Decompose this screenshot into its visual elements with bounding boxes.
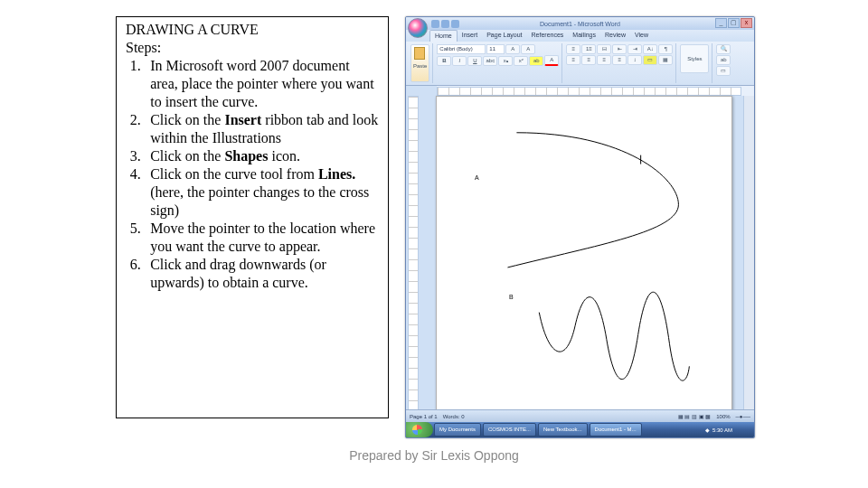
shrink-font-icon[interactable]: A [521, 44, 535, 54]
windows-taskbar: My Documents COSMOS INTE... New Textbook… [406, 422, 754, 437]
paste-button[interactable]: Paste [410, 44, 429, 82]
align-center-icon[interactable]: ≡ [581, 55, 596, 65]
tab-insert[interactable]: Insert [458, 30, 483, 42]
sort-icon[interactable]: A↓ [643, 44, 657, 54]
tab-view[interactable]: View [630, 30, 653, 42]
horizontal-ruler-row [406, 86, 754, 96]
find-button[interactable]: 🔍 [716, 44, 731, 54]
step-item: In Microsoft word 2007 document area, pl… [145, 57, 379, 111]
tray-icon[interactable]: ◆ [705, 427, 710, 433]
superscript-button[interactable]: x² [514, 56, 528, 66]
maximize-button[interactable]: ▢ [728, 18, 740, 28]
taskbar-item[interactable]: Document1 - M... [590, 423, 642, 436]
strike-button[interactable]: abc [483, 56, 497, 66]
page-drawings [437, 97, 731, 420]
tab-home[interactable]: Home [429, 30, 458, 42]
slide-footer: Prepared by Sir Lexis Oppong [0, 448, 868, 463]
justify-icon[interactable]: ≡ [612, 55, 627, 65]
close-button[interactable]: x [741, 18, 752, 28]
tab-mailings[interactable]: Mailings [568, 30, 600, 42]
select-button[interactable]: ▭ [716, 66, 731, 76]
zoom-slider[interactable]: ─●── [736, 414, 750, 419]
paragraph-group: ≡ 1≡ ⊟ ⇤ ⇥ A↓ ¶ ≡ ≡ ≡ ≡ ↕ ▭ ▦ [563, 43, 676, 83]
step-item: Click on the curve tool from Lines. (her… [145, 165, 379, 220]
tab-review[interactable]: Review [600, 30, 630, 42]
steps-list: In Microsoft word 2007 document area, pl… [126, 57, 379, 292]
shading-icon[interactable]: ▭ [643, 55, 657, 65]
line-spacing-icon[interactable]: ↕ [627, 55, 642, 65]
italic-button[interactable]: I [452, 56, 467, 66]
document-page[interactable]: A B [436, 96, 732, 421]
indent-dec-icon[interactable]: ⇤ [612, 44, 627, 54]
instruction-panel: DRAWING A CURVE Steps: In Microsoft word… [116, 16, 389, 418]
document-area: A B [406, 96, 754, 421]
clipboard-group: Paste [408, 43, 433, 83]
align-left-icon[interactable]: ≡ [566, 55, 580, 65]
step-item: Click and drag downwards (or upwards) to… [145, 256, 379, 292]
step-item: Move the pointer to the location where y… [145, 220, 379, 256]
start-button[interactable] [406, 422, 433, 437]
replace-button[interactable]: ab [716, 55, 731, 65]
vertical-scrollbar[interactable] [743, 96, 754, 421]
horizontal-ruler[interactable] [437, 87, 741, 96]
vertical-ruler[interactable] [408, 96, 419, 421]
show-marks-icon[interactable]: ¶ [658, 44, 673, 54]
styles-group: Styles [677, 43, 712, 83]
tab-references[interactable]: References [527, 30, 569, 42]
underline-button[interactable]: U [467, 56, 482, 66]
view-buttons[interactable]: ▦ ▤ ▥ ▣ ▩ [678, 413, 712, 419]
taskbar-item[interactable]: My Documents [434, 423, 481, 436]
taskbar-item[interactable]: COSMOS INTE... [483, 423, 536, 436]
indent-inc-icon[interactable]: ⇥ [627, 44, 642, 54]
status-words: Words: 0 [443, 414, 465, 419]
bold-button[interactable]: B [437, 56, 451, 66]
word-window: Document1 - Microsoft Word _ ▢ x Home In… [405, 16, 755, 438]
font-group: Calibri (Body) 11 A A B I U abc x₂ x² ab… [434, 43, 562, 83]
zoom-level[interactable]: 100% [716, 414, 730, 419]
borders-icon[interactable]: ▦ [658, 55, 673, 65]
ribbon: Paste Calibri (Body) 11 A A B I U abc x₂… [406, 42, 754, 86]
status-bar: Page 1 of 1 Words: 0 ▦ ▤ ▥ ▣ ▩ 100% ─●── [406, 409, 754, 422]
window-title: Document1 - Microsoft Word [406, 21, 754, 27]
grow-font-icon[interactable]: A [505, 44, 520, 54]
align-right-icon[interactable]: ≡ [597, 55, 611, 65]
highlight-icon[interactable]: ab [529, 56, 543, 66]
panel-title: DRAWING A CURVE [126, 21, 379, 39]
label-a: A [475, 174, 479, 181]
title-bar[interactable]: Document1 - Microsoft Word _ ▢ x [406, 17, 754, 30]
multilevel-icon[interactable]: ⊟ [597, 44, 611, 54]
clipboard-icon [414, 47, 425, 60]
step-item: Click on the Insert ribbon tab and look … [145, 111, 379, 147]
subscript-button[interactable]: x₂ [498, 56, 513, 66]
ribbon-tabs: Home Insert Page Layout References Maili… [406, 30, 754, 42]
tab-page-layout[interactable]: Page Layout [482, 30, 526, 42]
numbering-icon[interactable]: 1≡ [581, 44, 596, 54]
styles-gallery[interactable]: Styles [680, 44, 709, 73]
label-b: B [509, 294, 514, 300]
font-color-icon[interactable]: A [544, 55, 559, 66]
bullets-icon[interactable]: ≡ [566, 44, 580, 54]
clock: 5:30 AM [712, 427, 732, 433]
system-tray[interactable]: ◆ 5:30 AM [705, 427, 736, 433]
status-page: Page 1 of 1 [410, 414, 438, 419]
font-size-combo[interactable]: 11 [486, 44, 505, 54]
font-name-combo[interactable]: Calibri (Body) [437, 44, 486, 54]
steps-label: Steps: [126, 39, 379, 57]
minimize-button[interactable]: _ [715, 18, 727, 28]
editing-group: 🔍 ab ▭ [713, 43, 733, 83]
step-item: Click on the Shapes icon. [145, 147, 379, 165]
office-button[interactable] [408, 18, 428, 38]
taskbar-item[interactable]: New Textbook... [538, 423, 588, 436]
